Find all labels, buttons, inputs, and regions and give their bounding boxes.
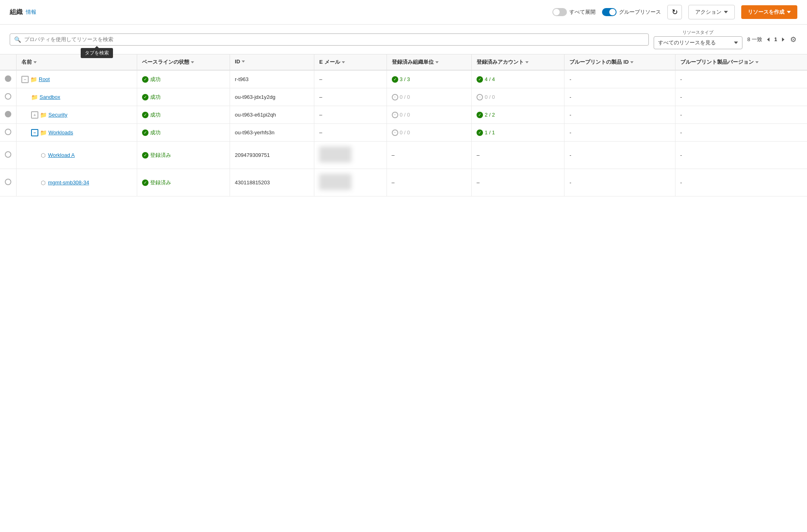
col-blueprint-version-header[interactable]: ブループリント製品バージョン: [675, 54, 807, 70]
group-resource-label: グループリソース: [619, 8, 661, 16]
filter-bar: 🔍 タブを検索 リソースタイプ すべてのリソースを見る 8 一致 1 ⚙: [0, 25, 807, 54]
blurred-email: [319, 174, 351, 190]
row-name-link[interactable]: Security: [48, 112, 67, 118]
col-baseline-label: ベースラインの状態: [142, 58, 189, 66]
col-blueprint-version-sort-icon: [755, 61, 759, 63]
row-radio-cell[interactable]: [0, 169, 17, 196]
account-check-icon: ✓: [477, 112, 483, 118]
registered-account-value: 2 / 2: [485, 112, 495, 118]
row-id-cell: ou-t963-jdx1y2dg: [230, 88, 314, 106]
row-registered-account-cell: ✓ 4 / 4: [472, 70, 564, 88]
email-value: –: [319, 94, 322, 100]
blueprint-id-value: -: [569, 152, 571, 158]
registered-account-value: –: [477, 152, 479, 158]
row-blueprint-version-cell: -: [675, 88, 807, 106]
expand-all-toggle[interactable]: [552, 8, 567, 16]
row-radio-cell[interactable]: [0, 70, 17, 88]
col-registered-ou-header[interactable]: 登録済み組織単位: [387, 54, 472, 70]
expand-plus-icon[interactable]: +: [31, 111, 38, 119]
radio-button[interactable]: [5, 129, 11, 135]
match-count: 8 一致: [747, 36, 762, 43]
radio-button[interactable]: [5, 151, 11, 158]
row-radio-cell[interactable]: [0, 106, 17, 124]
create-chevron-icon: [787, 11, 791, 13]
baseline-status: 登録済み: [150, 179, 171, 186]
email-value: –: [319, 76, 322, 82]
page-number: 1: [774, 36, 777, 42]
row-radio-cell[interactable]: [0, 88, 17, 106]
radio-button[interactable]: [5, 179, 11, 185]
row-registered-ou-cell: − 0 / 0: [387, 124, 472, 142]
check-circle-icon: ✓: [142, 76, 148, 83]
row-name-link[interactable]: Workload A: [48, 152, 75, 158]
create-resource-button[interactable]: リソースを作成: [741, 5, 797, 19]
col-blueprint-id-header[interactable]: ブループリントの製品 ID: [564, 54, 675, 70]
row-radio-cell[interactable]: [0, 142, 17, 169]
row-name-link[interactable]: Workloads: [48, 129, 73, 136]
row-registered-account-cell: ✓ 1 / 1: [472, 124, 564, 142]
row-name-cell: − 📁 Workloads: [17, 124, 137, 142]
row-email-cell: [314, 169, 387, 196]
row-registered-account-cell: − 0 / 0: [472, 88, 564, 106]
row-blueprint-id-cell: -: [564, 106, 675, 124]
col-baseline-sort-icon: [191, 61, 194, 63]
workload-icon: ⬡: [41, 152, 46, 159]
row-email-cell: –: [314, 106, 387, 124]
blurred-email: [319, 146, 351, 163]
row-radio-cell[interactable]: [0, 124, 17, 142]
workload-icon: ⬡: [41, 179, 46, 186]
col-baseline-header[interactable]: ベースラインの状態: [137, 54, 230, 70]
blueprint-version-value: -: [680, 94, 682, 100]
check-circle-icon: ✓: [142, 179, 148, 186]
expand-all-toggle-group: すべて展開: [552, 8, 596, 16]
refresh-button[interactable]: ↻: [667, 5, 682, 19]
next-page-button[interactable]: [780, 35, 786, 44]
action-label: アクション: [695, 8, 721, 16]
col-email-header[interactable]: E メール: [314, 54, 387, 70]
info-link[interactable]: 情報: [26, 8, 36, 16]
col-name-label: 名前: [21, 58, 32, 66]
baseline-status: 成功: [150, 94, 161, 101]
search-input[interactable]: [24, 36, 644, 42]
col-registered-ou-label: 登録済み組織単位: [392, 58, 434, 66]
row-name-cell: 📁 Sandbox: [17, 88, 137, 106]
col-blueprint-id-sort-icon: [630, 61, 633, 63]
table-row: ⬡ mgmt-smb308-34 ✓ 登録済み 430118815203: [0, 169, 807, 196]
col-name-header[interactable]: 名前: [17, 54, 137, 70]
blueprint-version-value: -: [680, 152, 682, 158]
column-settings-button[interactable]: ⚙: [789, 34, 797, 45]
row-name-link[interactable]: mgmt-smb308-34: [48, 179, 89, 186]
resource-type-select[interactable]: すべてのリソースを見る: [654, 36, 742, 49]
account-minus-icon: −: [477, 94, 483, 100]
col-email-label: E メール: [319, 58, 340, 66]
chevron-left-icon: [767, 38, 769, 42]
tooltip-box: タブを検索: [81, 48, 113, 58]
account-check-icon: ✓: [477, 76, 483, 83]
blueprint-id-value: -: [569, 129, 571, 136]
radio-button[interactable]: [5, 111, 11, 117]
row-id-cell: 209479309751: [230, 142, 314, 169]
col-id-header[interactable]: ID: [230, 54, 314, 70]
registered-ou-value: –: [392, 152, 395, 158]
row-name-link[interactable]: Root: [39, 76, 50, 82]
row-blueprint-version-cell: -: [675, 70, 807, 88]
resource-id: r-t963: [235, 76, 249, 82]
action-button[interactable]: アクション: [688, 5, 735, 19]
registered-account-value: 0 / 0: [485, 94, 495, 100]
prev-page-button[interactable]: [765, 35, 771, 44]
registered-account-value: –: [477, 179, 479, 186]
row-blueprint-version-cell: -: [675, 124, 807, 142]
col-registered-account-header[interactable]: 登録済みアカウント: [472, 54, 564, 70]
row-name-cell: ⬡ Workload A: [17, 142, 137, 169]
expand-minus-bordered-icon[interactable]: −: [31, 129, 38, 136]
email-value: –: [319, 129, 322, 136]
expand-minus-icon[interactable]: −: [21, 76, 29, 83]
org-label: 組織: [10, 8, 23, 17]
table-container: 名前 ベースラインの状態 ID: [0, 54, 807, 196]
radio-button[interactable]: [5, 75, 11, 82]
row-name-link[interactable]: Sandbox: [40, 94, 60, 100]
check-circle-icon: ✓: [142, 129, 148, 136]
radio-button[interactable]: [5, 93, 11, 100]
group-resource-toggle[interactable]: [602, 8, 617, 16]
blueprint-id-value: -: [569, 112, 571, 118]
